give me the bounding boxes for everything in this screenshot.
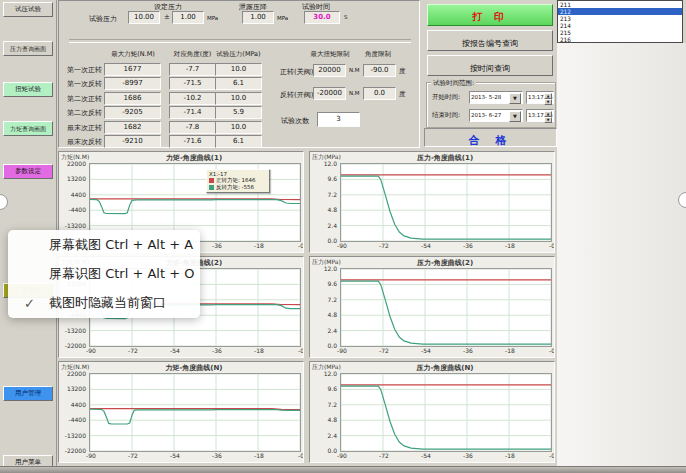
y-tick-label: 4400 <box>60 191 86 198</box>
row-torque-value: -9210 <box>104 135 161 148</box>
report-list-item-212[interactable]: 212 <box>558 8 682 15</box>
row-angle-value: -10.2 <box>169 92 216 105</box>
sidebar-button-3[interactable]: 扭矩试验 <box>3 82 53 97</box>
start-time-spinner[interactable]: 13:17:35 ▲▼ <box>526 91 554 104</box>
x-tick-label: -72 <box>123 452 143 459</box>
context-menu-item-3[interactable]: ✓截图时隐藏当前窗口 <box>8 289 200 318</box>
report-list-item-213[interactable]: 213 <box>558 15 682 22</box>
x-tick-label: -72 <box>374 347 394 354</box>
test-time-field[interactable]: 30.0 <box>304 11 340 24</box>
row-pressure-value: 5.9 <box>215 106 262 119</box>
print-button[interactable]: 打 印 <box>427 4 553 26</box>
legend-entry: 正转力矩: 1646 <box>209 177 267 184</box>
row-label: 第一次反转 <box>59 79 102 89</box>
sidebar-button-4[interactable]: 力矩查询画面 <box>3 121 53 136</box>
series-反转力矩 <box>90 199 300 213</box>
forward-torque-field[interactable]: 20000 <box>313 64 346 77</box>
start-time-label: 开始时间: <box>432 93 460 102</box>
report-list-item-216[interactable]: 216 <box>558 36 682 43</box>
y-tick-label: 9.6 <box>311 175 337 182</box>
report-list-item-214[interactable]: 214 <box>558 22 682 29</box>
parameter-panel: 设定压力 试验压力 10.00 ± 1.00 MPa 泄露压降 1.00 MPa… <box>58 0 420 148</box>
end-time-spinner[interactable]: 13:17:35 ▲▼ <box>526 109 554 122</box>
reverse-torque-field[interactable]: -20000 <box>313 87 346 100</box>
start-date-value: 2013- 5-28 <box>470 94 501 100</box>
y-tick-label: 4.8 <box>311 416 337 423</box>
row-label: 最末次正转 <box>59 123 102 133</box>
context-menu-item-1[interactable]: 屏幕截图 Ctrl + Alt + A <box>8 231 200 260</box>
angle-limit-header: 角度限制 <box>359 50 397 59</box>
test-pressure-label: 试验压力 <box>89 14 117 24</box>
row-torque-value: 1677 <box>104 63 161 76</box>
col-header-torque: 最大力矩(N.M) <box>104 50 162 59</box>
legend-entry: 反转力矩: -556 <box>209 184 267 191</box>
background-window-area <box>557 43 686 466</box>
x-tick-label: -0 <box>542 347 555 354</box>
start-time-spin-icon[interactable]: ▲▼ <box>544 93 552 102</box>
x-tick-label: -72 <box>374 452 394 459</box>
x-tick-label: -90 <box>81 452 101 459</box>
forward-angle-field[interactable]: -90.0 <box>363 64 396 77</box>
test-count-field[interactable]: 3 <box>317 112 360 127</box>
chart-pressure-angle-2: 压力-角度曲线(2)压力(MPa)12.09.67.24.82.40.0-90-… <box>309 256 555 358</box>
x-tick-label: -0 <box>542 452 555 459</box>
chart-plot-area <box>340 163 552 242</box>
series-反转力矩 <box>90 409 300 424</box>
x-tick-label: -54 <box>416 452 436 459</box>
time-range-groupbox: 试验时间范围: 开始时间: 2013- 5-28 ▼ 13:17:35 ▲▼ 结… <box>426 82 556 128</box>
query-by-report-button[interactable]: 按报告编号查询 <box>427 30 553 51</box>
y-tick-label: 22000 <box>60 370 86 377</box>
test-pressure-field[interactable]: 10.00 <box>128 11 160 24</box>
right-edge-handle[interactable] <box>678 192 686 208</box>
y-tick-label: 22000 <box>60 160 86 167</box>
context-menu-item-2[interactable]: 屏幕识图 Ctrl + Alt + O <box>8 260 200 289</box>
taskbar-sliver <box>0 466 686 473</box>
chart-plot-area <box>89 373 301 452</box>
x-tick-label: -18 <box>249 452 269 459</box>
x-tick-label: -18 <box>500 347 520 354</box>
y-tick-label: 7.2 <box>311 401 337 408</box>
y-tick-label: 2.4 <box>311 327 337 334</box>
legend-entry-label: 反转力矩: -556 <box>216 184 254 191</box>
end-date-dropdown-icon[interactable]: ▼ <box>509 111 521 122</box>
row-angle-value: -7.7 <box>169 63 216 76</box>
start-date-dropdown-icon[interactable]: ▼ <box>509 93 521 104</box>
end-date-combo[interactable]: 2013- 6-27 ▼ <box>469 109 523 122</box>
report-list-item-211[interactable]: 211 <box>558 1 682 8</box>
legend-entry-label: 正转力矩: 1646 <box>216 177 256 184</box>
chart-legend: X1:-17正转力矩: 1646反转力矩: -556 <box>206 169 270 193</box>
tolerance-field[interactable]: 1.00 <box>172 11 204 24</box>
report-list-item-215[interactable]: 215 <box>558 29 682 36</box>
sidebar-button-5[interactable]: 参数设定 <box>3 164 53 179</box>
row-angle-value: -71.5 <box>169 77 216 90</box>
chart-pressure-angle-1: 压力-角度曲线(1)压力(MPa)12.09.67.24.82.40.0-90-… <box>309 151 555 253</box>
row-label: 第一次正转 <box>59 65 102 75</box>
row-torque-value: -8997 <box>104 77 161 90</box>
row-torque-value: -9205 <box>104 106 161 119</box>
time-range-title: 试验时间范围: <box>431 79 476 88</box>
x-tick-label: -90 <box>332 452 352 459</box>
y-tick-label: 2.4 <box>311 222 337 229</box>
leak-drop-field[interactable]: 1.00 <box>242 11 274 24</box>
row-label: 第二次正转 <box>59 94 102 104</box>
x-tick-label: -54 <box>165 347 185 354</box>
query-by-time-button[interactable]: 按时间查询 <box>427 55 553 76</box>
row-pressure-value: 10.0 <box>215 92 262 105</box>
x-tick-label: -54 <box>165 452 185 459</box>
end-time-spin-icon[interactable]: ▲▼ <box>544 111 552 120</box>
y-tick-label: -4400 <box>60 416 86 423</box>
screenshot-context-menu: 屏幕截图 Ctrl + Alt + A屏幕识图 Ctrl + Alt + O✓截… <box>8 230 200 318</box>
report-number-list[interactable]: 211212213214215216 <box>557 0 683 43</box>
y-tick-label: 9.6 <box>311 280 337 287</box>
reverse-label: 反转(开阀) <box>280 90 313 100</box>
mpa-unit-2: MPa <box>277 15 288 21</box>
sidebar-button-1[interactable]: 试压试验 <box>3 2 53 17</box>
chart-title: 压力-角度曲线(N) <box>340 363 550 373</box>
sidebar-button-2[interactable]: 压力查询画面 <box>3 41 53 56</box>
sidebar-button-7[interactable]: 用户管理 <box>3 386 53 401</box>
deg-unit-2: 度 <box>399 90 406 99</box>
start-date-combo[interactable]: 2013- 5-28 ▼ <box>469 91 523 104</box>
chart-plot-area <box>340 373 552 452</box>
end-time-label: 结束时间: <box>432 111 460 120</box>
reverse-angle-field[interactable]: 0.0 <box>363 87 396 100</box>
